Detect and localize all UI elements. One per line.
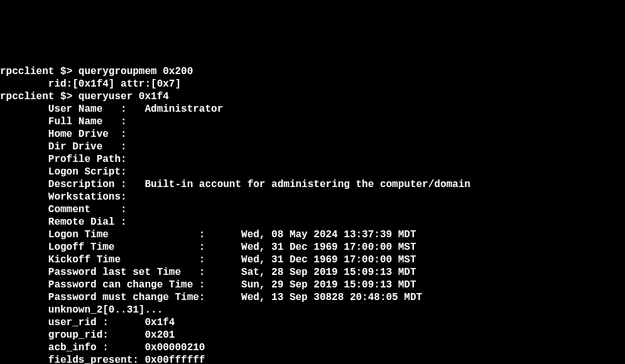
unknown2-line: unknown_2[0..31]...: [0, 304, 163, 316]
prompt-command: querygroupmem 0x200: [79, 66, 193, 77]
comment-line: Comment :: [0, 204, 127, 215]
password-can-change-line: Password can change Time : Sun, 29 Sep 2…: [0, 279, 416, 291]
acb-info-line: acb_info : 0x00000210: [0, 342, 205, 353]
user-name-line: User Name : Administrator: [0, 104, 223, 115]
profile-path-line: Profile Path:: [0, 154, 127, 165]
home-drive-line: Home Drive :: [0, 129, 127, 140]
prompt-host: rpcclient: [0, 91, 54, 102]
terminal-output[interactable]: rpcclient $> querygroupmem 0x200 rid:[0x…: [0, 53, 625, 364]
prompt-command: queryuser 0x1f4: [79, 91, 169, 102]
prompt-line-1: rpcclient $> querygroupmem 0x200: [0, 66, 193, 77]
groupmem-result: rid:[0x1f4] attr:[0x7]: [0, 78, 181, 90]
prompt-line-2: rpcclient $> queryuser 0x1f4: [0, 91, 169, 102]
fields-present-line: fields_present: 0x00ffffff: [0, 355, 205, 364]
prompt-symbol: $>: [54, 91, 78, 102]
logon-time-line: Logon Time : Wed, 08 May 2024 13:37:39 M…: [0, 229, 416, 240]
logoff-time-line: Logoff Time : Wed, 31 Dec 1969 17:00:00 …: [0, 242, 416, 253]
kickoff-time-line: Kickoff Time : Wed, 31 Dec 1969 17:00:00…: [0, 254, 416, 265]
group-rid-line: group_rid: 0x201: [0, 329, 175, 341]
password-last-set-line: Password last set Time : Sat, 28 Sep 201…: [0, 267, 416, 278]
workstations-line: Workstations:: [0, 191, 127, 203]
prompt-symbol: $>: [54, 66, 78, 77]
logon-script-line: Logon Script:: [0, 166, 127, 178]
full-name-line: Full Name :: [0, 116, 127, 127]
prompt-host: rpcclient: [0, 66, 54, 77]
password-must-change-line: Password must change Time: Wed, 13 Sep 3…: [0, 292, 422, 303]
description-line: Description : Built-in account for admin…: [0, 179, 470, 190]
dir-drive-line: Dir Drive :: [0, 141, 127, 153]
remote-dial-line: Remote Dial :: [0, 217, 127, 228]
user-rid-line: user_rid : 0x1f4: [0, 317, 175, 328]
